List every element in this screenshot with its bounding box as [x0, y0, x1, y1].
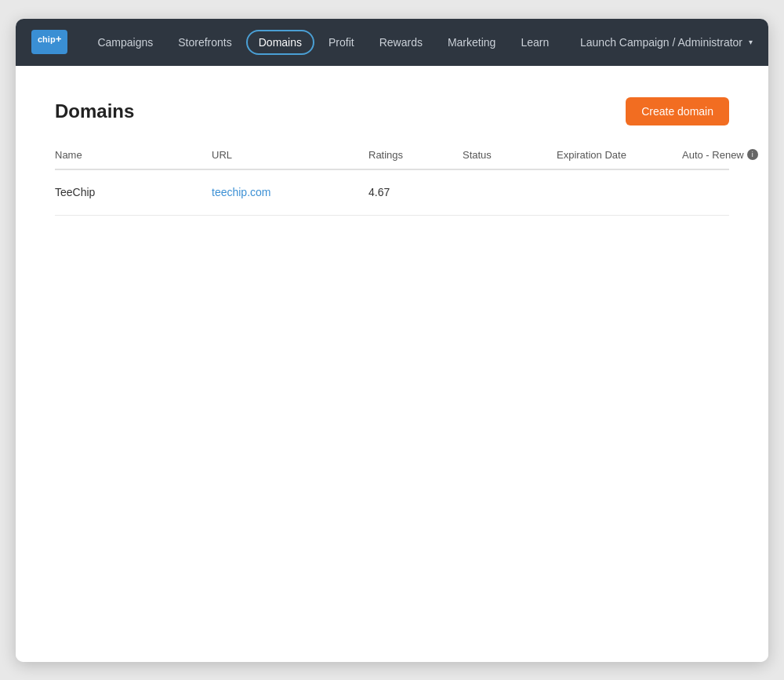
app-window: chip+ Campaigns Storefronts Domains Prof…: [16, 19, 768, 662]
table-row: TeeChip teechip.com 4.67 Details: [55, 170, 729, 216]
table-header: Name URL Ratings Status Expiration Date …: [55, 149, 729, 170]
cell-ratings: 4.67: [368, 186, 463, 198]
cell-url[interactable]: teechip.com: [212, 186, 368, 198]
col-ratings: Ratings: [368, 149, 463, 161]
user-menu[interactable]: Launch Campaign / Administrator ▾: [580, 36, 753, 49]
navbar: chip+ Campaigns Storefronts Domains Prof…: [16, 19, 768, 66]
logo-text: chip: [38, 35, 56, 44]
main-content: Domains Create domain Name URL Ratings S…: [16, 66, 768, 662]
nav-rewards[interactable]: Rewards: [368, 30, 434, 55]
col-auto-renew: Auto - Renew i: [682, 149, 768, 161]
nav-profit[interactable]: Profit: [318, 30, 365, 55]
domains-table: Name URL Ratings Status Expiration Date …: [55, 149, 729, 216]
col-status: Status: [463, 149, 557, 161]
page-header: Domains Create domain: [55, 97, 729, 125]
user-dropdown-arrow: ▾: [749, 38, 753, 46]
auto-renew-info-icon[interactable]: i: [747, 149, 758, 160]
nav-links: Campaigns Storefronts Domains Profit Rew…: [86, 30, 580, 55]
create-domain-button[interactable]: Create domain: [626, 97, 729, 125]
nav-domains[interactable]: Domains: [246, 30, 314, 55]
col-url: URL: [212, 149, 368, 161]
nav-marketing[interactable]: Marketing: [437, 30, 506, 55]
nav-campaigns[interactable]: Campaigns: [86, 30, 164, 55]
nav-learn[interactable]: Learn: [510, 30, 560, 55]
col-name: Name: [55, 149, 212, 161]
col-expiration: Expiration Date: [557, 149, 682, 161]
cell-name: TeeChip: [55, 186, 212, 198]
logo[interactable]: chip+: [31, 30, 67, 53]
user-label: Launch Campaign / Administrator: [580, 36, 742, 49]
nav-storefronts[interactable]: Storefronts: [167, 30, 242, 55]
page-title: Domains: [55, 100, 134, 122]
logo-superscript: +: [56, 33, 62, 45]
